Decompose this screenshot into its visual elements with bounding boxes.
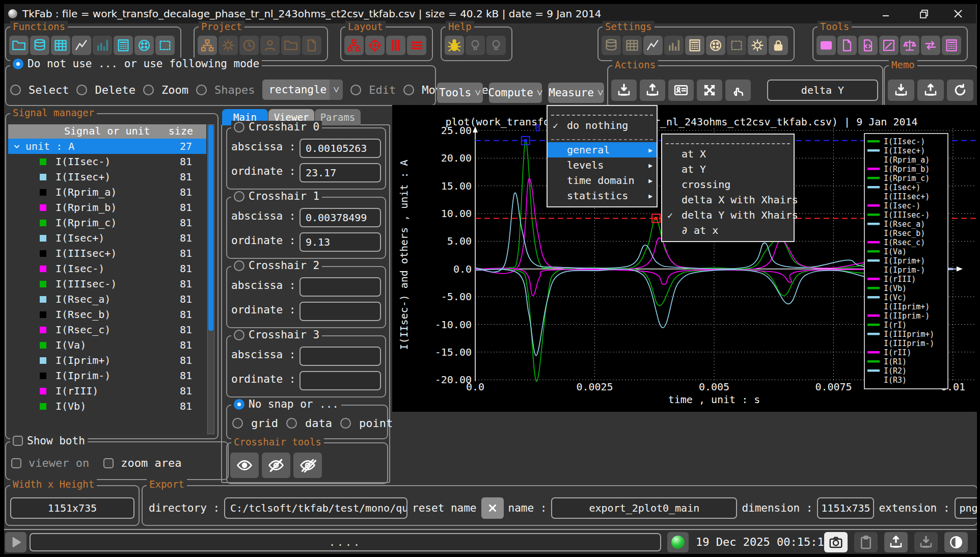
extension-field[interactable]: png [955, 497, 980, 519]
shape-select[interactable]: rectangle˅ [262, 79, 343, 100]
project-folder-button[interactable] [281, 36, 301, 55]
project-clock-button[interactable] [239, 36, 259, 55]
signal-row[interactable]: I(IIIsec+)81 [8, 246, 206, 261]
status-message-field[interactable]: .... [30, 533, 661, 551]
signal-row[interactable]: I(Isec+)81 [8, 230, 206, 246]
signal-row[interactable]: I(rIII)81 [8, 383, 206, 399]
signal-row[interactable]: I(Rsec_a)81 [8, 291, 206, 307]
upload-button[interactable] [884, 532, 908, 552]
mode-select-radio[interactable] [10, 85, 21, 95]
crosshair-0-abscissa-field[interactable]: 0.00105263 [300, 139, 381, 158]
project-tree-button[interactable] [198, 36, 217, 55]
measure-menu-item-do-nothing[interactable]: ✓do nothing [548, 118, 657, 133]
actions-load-button[interactable] [640, 79, 665, 101]
screenshot-button[interactable] [824, 532, 848, 552]
run-button[interactable] [5, 532, 26, 552]
signal-row[interactable]: I(Rprim_a)81 [8, 184, 206, 200]
chevron-down-icon[interactable] [12, 142, 21, 151]
signal-row[interactable]: I(Rsec_c)81 [8, 322, 206, 337]
snap-point-radio[interactable] [340, 418, 351, 429]
palette-button[interactable] [134, 36, 154, 55]
crosshair-1-radio[interactable] [234, 191, 244, 202]
layout-tree-button[interactable] [344, 36, 364, 55]
crosshair-3-radio[interactable] [234, 330, 244, 340]
directory-field[interactable]: C:/tclsoft/tkfab/test/mono/qu [224, 497, 407, 519]
maximize-button[interactable] [915, 6, 933, 21]
crosshair-0-radio[interactable] [234, 122, 244, 132]
settings-selection-button[interactable] [727, 36, 746, 55]
crosshair-3-abscissa-field[interactable] [300, 347, 381, 366]
download-button[interactable] [914, 532, 938, 552]
memo-refresh-button[interactable] [947, 79, 973, 101]
actions-expand-button[interactable] [697, 79, 722, 101]
close-button[interactable] [949, 6, 967, 21]
signal-list[interactable]: Signal or unit size unit : A 27 I(IIsec-… [8, 124, 206, 434]
tool-calc-button[interactable] [942, 36, 961, 55]
measure-menu-item-time-domain[interactable]: time domain▶ [548, 173, 657, 188]
signal-row[interactable]: I(Rprim_b)81 [8, 200, 206, 215]
tool-doc-button[interactable] [837, 36, 857, 55]
hide-all-crosshairs-button[interactable] [293, 453, 322, 478]
viewer-on-checkbox[interactable] [11, 458, 21, 468]
open-file-button[interactable] [9, 36, 29, 55]
signal-row[interactable]: I(IIsec-)81 [8, 154, 206, 169]
general-submenu-item-at-y[interactable]: at Y [662, 162, 794, 177]
settings-histogram-button[interactable] [664, 36, 684, 55]
dimension-field[interactable]: 1151x735 [817, 497, 874, 519]
measure-menu-item-statistics[interactable]: statistics▶ [548, 188, 657, 203]
show-both-checkbox[interactable] [13, 436, 23, 446]
histogram-button[interactable] [93, 36, 112, 55]
contrast-toggle-button[interactable] [944, 532, 968, 552]
crosshair-3-ordinate-field[interactable] [300, 371, 381, 390]
no-snap-radio[interactable] [234, 399, 244, 410]
selection-button[interactable] [155, 36, 175, 55]
database-button[interactable] [30, 36, 49, 55]
actions-pointer-button[interactable] [725, 79, 751, 101]
crosshair-1-abscissa-field[interactable]: 0.00378499 [300, 208, 381, 227]
menu-tearoff[interactable] [551, 109, 653, 116]
hide-crosshairs-button[interactable] [262, 453, 290, 478]
project-gear-button[interactable] [219, 36, 238, 55]
crosshair-2-abscissa-field[interactable] [300, 277, 381, 297]
hint-bulb-2-button[interactable] [486, 36, 506, 55]
signal-row[interactable]: I(Va)81 [8, 337, 206, 353]
settings-plot-button[interactable] [643, 36, 663, 55]
tools-menubutton[interactable]: Tools˅ [437, 83, 483, 103]
crosshair-0-ordinate-field[interactable]: 23.17 [300, 163, 381, 182]
project-doc-button[interactable] [302, 36, 321, 55]
settings-spreadsheet-button[interactable] [685, 36, 704, 55]
tool-code-button[interactable] [858, 36, 878, 55]
crosshair-2-ordinate-field[interactable] [300, 302, 381, 321]
plot-button[interactable] [72, 36, 91, 55]
general-submenu-item-delta-y-with-xhairs[interactable]: ✓delta Y with Xhairs [662, 207, 794, 223]
measure-mode-value[interactable]: delta Y [767, 79, 878, 101]
tool-transfer-button[interactable] [921, 36, 940, 55]
mode-edit-radio[interactable] [350, 85, 361, 95]
hint-bulb-1-button[interactable] [466, 36, 485, 55]
clipboard-button[interactable] [854, 532, 878, 552]
table-button[interactable] [51, 36, 70, 55]
signal-scrollbar[interactable] [207, 124, 214, 434]
signal-row[interactable]: I(Iprim-)81 [8, 368, 206, 383]
mode-default-radio[interactable] [13, 59, 23, 69]
general-submenu-item-delta-x-with-xhairs[interactable]: delta X with Xhairs [662, 192, 794, 207]
spreadsheet-button[interactable] [114, 36, 133, 55]
actions-save-button[interactable] [611, 79, 637, 101]
settings-gears-button[interactable] [748, 36, 767, 55]
snap-grid-radio[interactable] [232, 418, 243, 429]
memo-save-button[interactable] [888, 79, 914, 101]
general-submenu-item-crossing[interactable]: crossing [662, 177, 794, 192]
measure-menu-item-levels[interactable]: levels▶ [548, 157, 657, 173]
menu-tearoff[interactable] [666, 137, 790, 144]
settings-lock-button[interactable] [769, 36, 788, 55]
crosshair-1-ordinate-field[interactable]: 9.13 [300, 232, 381, 252]
signal-group-row[interactable]: unit : A 27 [8, 139, 206, 154]
show-crosshairs-button[interactable] [230, 453, 259, 478]
export-name-field[interactable]: export_2plot0_main [551, 497, 737, 519]
signal-row[interactable]: I(IIsec+)81 [8, 169, 206, 184]
signal-row[interactable]: I(Vb)81 [8, 399, 206, 414]
signal-row[interactable]: I(Rsec_b)81 [8, 307, 206, 322]
general-submenu-item--at-x[interactable]: ∂ at x [662, 223, 794, 238]
signal-row[interactable]: I(Isec-)81 [8, 261, 206, 276]
layout-rows-button[interactable] [407, 36, 426, 55]
